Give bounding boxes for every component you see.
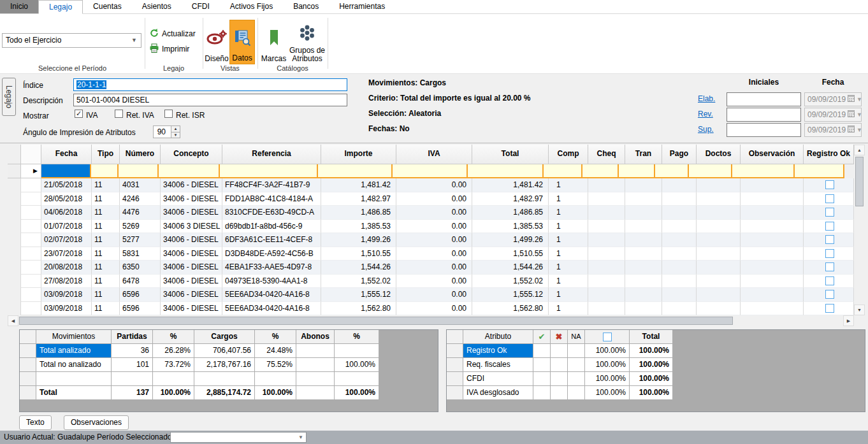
tab-herramientas[interactable]: Herramientas [329,0,395,13]
filter-cell-observacion[interactable] [732,164,795,178]
table-row[interactable]: 01/07/201811526934006 3 DIESELd69bdb1f-a… [8,220,854,234]
registro-ok-checkbox[interactable] [825,222,834,231]
column-header-referencia[interactable]: Referencia [222,145,321,164]
elab-iniciales-input[interactable] [727,92,801,106]
scroll-left-icon[interactable]: ◀ [8,315,18,326]
tab-cfdi[interactable]: CFDI [182,0,220,13]
tab-activos-fijos[interactable]: Activos Fijos [220,0,283,13]
vertical-scroll-thumb[interactable] [855,157,864,206]
elab-link[interactable]: Elab. [698,94,715,104]
horizontal-scrollbar[interactable]: ◀ ▶ [8,315,854,326]
tab-bancos[interactable]: Bancos [283,0,329,13]
imprimir-button[interactable]: Imprimir [147,42,191,56]
footer-tab-observaciones[interactable]: Observaciones [64,415,129,430]
spinner-down-icon[interactable]: ▼ [171,132,180,138]
column-header-cheq[interactable]: Cheq [588,145,625,164]
spinner-buttons[interactable]: ▲▼ [171,126,180,138]
summary-row-total[interactable]: Total137100.00%2,885,174.72100.00%100.00… [20,386,438,400]
diseno-button[interactable]: Diseño [205,20,229,64]
vertical-scrollbar[interactable]: ▲ ▼ [854,145,865,315]
table-row[interactable]: 21/05/201811403134006 - DIESELFF48CF4F-3… [8,178,854,192]
table-row[interactable]: 02/07/201811527734006 - DIESEL6DF3A61C-E… [8,233,854,247]
column-header-total[interactable]: Total [472,145,549,164]
attribute-row[interactable]: Req. fiscales100.00%100.00% [447,358,865,372]
column-header-registro-ok[interactable]: Registro Ok [804,145,854,164]
filter-cell-iva[interactable] [393,164,468,178]
filter-cell-cheq[interactable] [582,164,619,178]
table-row[interactable]: 03/09/201811659634006 - DIESEL5EE6AD34-0… [8,302,854,316]
datos-button[interactable]: Datos [229,20,255,64]
column-header-importe[interactable]: Importe [321,145,396,164]
table-row[interactable]: 20/08/201811635034006 - DIESEL4EBA1F33-A… [8,261,854,275]
period-selector[interactable]: Todo el Ejercicio ▼ [2,33,141,48]
registro-ok-checkbox[interactable] [825,235,834,244]
column-header-tran[interactable]: Tran [625,145,662,164]
table-row[interactable]: 03/09/201811659634006 - DIESEL5EE6AD34-0… [8,288,854,302]
summary-row[interactable]: Total no analizado10173.72%2,178,767.167… [20,358,438,372]
filter-cell-importe[interactable] [318,164,393,178]
column-header-doctos[interactable]: Doctos [697,145,741,164]
spinner-up-icon[interactable]: ▲ [171,126,180,132]
column-header-tipo[interactable]: Tipo [92,145,120,164]
sup-date-picker[interactable]: 09/09/2019 ▼ [804,123,862,137]
checkbox-ret-isr[interactable] [164,110,173,118]
rev-date-picker[interactable]: 09/09/2019 ▼ [804,108,862,122]
status-period-combo[interactable]: ▼ [170,432,307,443]
filter-cell-numero[interactable] [119,164,159,178]
tab-cuentas[interactable]: Cuentas [83,0,132,13]
tab-asientos[interactable]: Asientos [132,0,182,13]
column-header-iva[interactable]: IVA [396,145,472,164]
registro-ok-checkbox[interactable] [825,262,834,271]
filter-cell-referencia[interactable] [220,164,318,178]
legajo-side-tab[interactable]: Legajo [2,78,16,116]
table-row[interactable]: 23/07/201811583134006 - DIESELD3DB48DE-A… [8,247,854,261]
scroll-down-icon[interactable]: ▼ [854,304,865,315]
filter-cell-comp[interactable] [544,164,582,178]
filter-cell-total[interactable] [468,164,544,178]
column-header-comp[interactable]: Comp [549,145,588,164]
column-header-concepto[interactable]: Concepto [161,145,222,164]
registro-ok-checkbox[interactable] [825,180,834,189]
scroll-right-icon[interactable]: ▶ [843,315,854,326]
descripcion-input[interactable]: 501-01-0004 DIESEL [73,94,347,106]
column-header-numero[interactable]: Número [120,145,161,164]
checkbox-ret-iva[interactable] [115,110,123,118]
summary-row[interactable]: Total analizado3626.28%706,407.5624.48% [20,344,438,358]
registro-ok-checkbox[interactable] [825,249,834,258]
table-row[interactable]: 04/06/201811447634006 - DIESEL8310CFDE-E… [8,206,854,220]
sup-iniciales-input[interactable] [727,123,801,137]
filter-cell-tipo[interactable] [91,164,119,178]
registro-ok-checkbox[interactable] [825,290,834,299]
table-row[interactable]: 28/05/201811424634006 - DIESELFDD1AB8C-4… [8,192,854,206]
registro-ok-checkbox[interactable] [825,208,834,217]
attribute-row[interactable]: IVA desglosado100.00%100.00% [447,386,865,400]
elab-date-picker[interactable]: 09/09/2019 ▼ [804,92,862,106]
column-header-observacion[interactable]: Observación [741,145,804,164]
registro-ok-checkbox[interactable] [825,194,834,203]
horizontal-scroll-thumb[interactable] [19,317,733,325]
registro-ok-checkbox[interactable] [825,304,834,313]
actualizar-button[interactable]: Actualizar [147,27,198,41]
tab-legajo[interactable]: Legajo [38,0,83,14]
angulo-spinner[interactable]: 90 ▲▼ [153,125,180,138]
scroll-up-icon[interactable]: ▲ [854,145,865,155]
rev-iniciales-input[interactable] [727,108,801,122]
tab-inicio[interactable]: Inicio [0,0,38,13]
table-row[interactable]: 27/08/201811647834006 - DIESEL04973E18-5… [8,275,854,289]
filter-cell-fecha[interactable] [41,164,91,178]
filter-cell-registro_ok[interactable] [795,164,844,178]
attribute-row[interactable]: Registro Ok100.00%100.00% [447,344,865,358]
filter-cell-pago[interactable] [655,164,689,178]
column-header-pago[interactable]: Pago [662,145,697,164]
filter-cell-concepto[interactable] [159,164,220,178]
sup-link[interactable]: Sup. [698,124,714,134]
registro-ok-checkbox[interactable] [825,276,834,285]
rev-link[interactable]: Rev. [698,109,713,119]
footer-tab-texto[interactable]: Texto [19,415,52,430]
indice-input[interactable]: 20-1-1-1 [73,78,347,91]
grupos-atributos-button[interactable]: Grupos de Atributos [288,20,326,64]
marcas-button[interactable]: Marcas [259,20,288,64]
checkbox-iva[interactable]: ✓ [75,110,83,118]
filter-cell-tran[interactable] [619,164,655,178]
summary-row[interactable] [20,372,438,386]
